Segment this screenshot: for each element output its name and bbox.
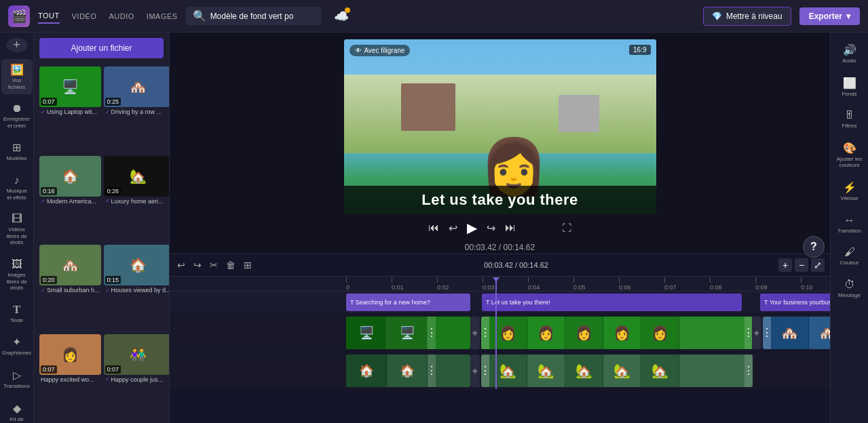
media-thumb-5[interactable]: 🏠 0:15 <box>104 245 169 285</box>
rs-item-vitesse[interactable]: ⚡ Vitesse <box>832 176 867 207</box>
upgrade-button[interactable]: 💎 Mettre à niveau <box>703 7 791 26</box>
media-thumb-4[interactable]: 🏘️ 0:20 <box>39 245 101 285</box>
text-track-label <box>170 291 346 313</box>
list-item[interactable]: 🏠 0:16 ✓Modern America... <box>39 156 101 243</box>
cut-button[interactable]: ✂ <box>208 258 220 273</box>
sidebar-item-kit-marque[interactable]: ◆ Kit de marque <box>1 398 33 424</box>
nav-tab-video[interactable]: VIDÉO <box>72 9 97 23</box>
sidebar-label-graphismes: Graphismes <box>2 350 31 357</box>
search-input[interactable] <box>210 12 305 21</box>
nav-tab-images[interactable]: IMAGES <box>147 9 178 23</box>
bg-clip-2[interactable]: ⋮ 🏡 🏡 🏡 🏡 🏡 ⋮ <box>481 355 753 387</box>
undo-button[interactable]: ↩ <box>175 258 187 273</box>
sidebar-label-transitions: Transitions <box>3 383 30 390</box>
list-item[interactable]: 🖥️ 0:07 ✓Using Laptop wit... <box>39 66 101 153</box>
mini-thumb-v2b: 👩 <box>527 317 565 349</box>
list-item[interactable]: 👩 0:07 Happy excited wo... <box>39 334 101 421</box>
media-thumb-0[interactable]: 🖥️ 0:07 <box>39 66 101 107</box>
rs-item-audio[interactable]: 🔊 Audio <box>832 38 867 70</box>
clip-left-handle-2[interactable]: ⋮ <box>481 317 489 349</box>
rs-item-couleurs[interactable]: 🎨 Ajuster les couleurs <box>832 136 867 174</box>
skip-forward-button[interactable]: ⏭ <box>505 222 516 234</box>
sidebar-item-vos-fichiers[interactable]: 🖼️ Vos fichiers <box>1 59 33 94</box>
bg-clip-handle-mid[interactable]: ◈ <box>470 355 480 387</box>
rs-label-transition: Transition <box>837 228 861 235</box>
filtres-icon: 🎚 <box>844 109 855 121</box>
skip-back-button[interactable]: ⏮ <box>428 222 439 234</box>
sidebar-item-enregistrer[interactable]: ⏺ Enregistrer et créer <box>1 98 33 133</box>
list-item[interactable]: 🏠 0:15 ✓Houses viewed by d... <box>104 245 169 331</box>
sidebar-item-images-libres[interactable]: 🖼 Images libres de droits <box>1 254 33 296</box>
thumb-duration-6: 0:07 <box>41 365 57 374</box>
transitions-icon: ▷ <box>13 369 21 382</box>
rs-item-fonds[interactable]: ⬜ Fonds <box>832 71 867 103</box>
ruler-mark-1: 0:01 <box>392 277 437 291</box>
add-file-button[interactable]: Ajouter un fichier <box>39 38 164 58</box>
clip-handle-mid[interactable]: ◈ <box>470 317 480 349</box>
sidebar-item-graphismes[interactable]: ✦ Graphismes <box>1 331 33 361</box>
clip-handle-mid2[interactable]: ◈ <box>752 317 761 349</box>
bg-clip-right-handle-1[interactable]: ⋮ <box>428 355 436 387</box>
bg-clip-left-handle-2[interactable]: ⋮ <box>481 355 489 387</box>
sidebar-item-transitions[interactable]: ▷ Transitions <box>1 365 33 394</box>
sidebar-item-videos-libres[interactable]: 🎞 Vidéos libres de droits <box>1 209 33 250</box>
bg-clip-right-handle-2[interactable]: ⋮ <box>744 355 753 387</box>
text-clip-2[interactable]: T Let us take you there! <box>482 294 742 311</box>
topbar: 🎬 TOUT VIDÉO AUDIO IMAGES 🔍 ☁️ 💎 Mettre … <box>0 0 868 33</box>
forward-button[interactable]: ↪ <box>487 222 495 235</box>
video-clip-1[interactable]: 🖥️ 🖥️ ⋮ <box>346 317 470 349</box>
redo-button[interactable]: ↪ <box>191 258 204 273</box>
media-thumb-6[interactable]: 👩 0:07 <box>39 334 101 375</box>
video-clip-2[interactable]: ⋮ 👩 👩 👩 👩 👩 ⋮ <box>481 317 753 349</box>
nav-tab-audio[interactable]: AUDIO <box>109 9 134 23</box>
media-panel-header: Ajouter un fichier <box>34 33 169 64</box>
tracks-scroll[interactable]: T Searching for a new home? T Let us tak… <box>170 291 830 423</box>
rs-label-vitesse: Vitesse <box>840 195 858 202</box>
fullscreen-button[interactable]: ⛶ <box>562 222 571 233</box>
list-item[interactable]: 🏘️ 0:25 ✓Driving by a row ... <box>104 66 169 153</box>
text-clip-3[interactable]: T Your business yourbusiness.com <box>760 294 830 311</box>
clip-right-handle-1[interactable]: ⋮ <box>428 317 436 349</box>
thumb-duration-4: 0:20 <box>41 276 57 284</box>
add-button[interactable]: + <box>6 38 28 52</box>
aspect-ratio-badge: 16:9 <box>629 45 650 55</box>
list-item[interactable]: 🏘️ 0:20 ✓Small suburban h... <box>39 245 101 331</box>
play-button[interactable]: ▶ <box>467 220 477 236</box>
list-item[interactable]: 🏡 0:26 ✓Luxury home aeri... <box>104 156 169 243</box>
media-thumb-7[interactable]: 👫 0:07 <box>104 334 169 375</box>
rs-label-couleurs: Ajuster les couleurs <box>835 156 865 169</box>
timeline-zoom-controls: + − ⤢ <box>778 258 825 272</box>
clip-left-handle-3[interactable]: ⋮ <box>763 317 771 349</box>
zoom-in-button[interactable]: + <box>778 258 792 272</box>
rs-item-minutage[interactable]: ⏱ Minutage <box>832 273 867 304</box>
app-logo: 🎬 <box>8 5 30 27</box>
rewind-button[interactable]: ↩ <box>449 222 457 235</box>
rs-item-transition[interactable]: ↔ Transition <box>832 209 867 240</box>
zoom-out-button[interactable]: − <box>795 258 808 272</box>
nav-tab-tout[interactable]: TOUT <box>38 9 60 24</box>
rs-item-filtres[interactable]: 🎚 Filtres <box>832 104 867 135</box>
export-button[interactable]: Exporter ▾ <box>799 7 860 25</box>
list-item[interactable]: 👫 0:07 ✓Happy couple jus... <box>104 334 169 421</box>
delete-button[interactable]: 🗑 <box>224 258 238 273</box>
sidebar-item-modeles[interactable]: ⊞ Modèles <box>1 137 33 166</box>
text-clip-1[interactable]: T Searching for a new home? <box>346 294 470 311</box>
graphics-icon: ✦ <box>12 336 21 348</box>
search-bar[interactable]: 🔍 <box>186 7 322 25</box>
tracks-content: T Searching for a new home? T Let us tak… <box>170 291 830 389</box>
bg-clip-1[interactable]: 🏠 🏠 ⋮ <box>346 355 470 387</box>
video-clip-3[interactable]: ⋮ 🏘️ 🏘️ 🏘️ 🏘️ <box>763 317 830 349</box>
media-thumb-1[interactable]: 🏘️ 0:25 <box>104 66 169 107</box>
rs-item-couleur2[interactable]: 🖌 Couleur <box>832 241 867 272</box>
notification-dot <box>345 7 350 13</box>
media-thumb-3[interactable]: 🏡 0:26 <box>104 156 169 197</box>
help-button[interactable]: ? <box>803 236 825 258</box>
sidebar-item-texte[interactable]: T Texte <box>1 300 33 328</box>
sidebar-label-modeles: Modèles <box>6 155 26 162</box>
rs-label-audio: Audio <box>842 58 856 64</box>
fit-button[interactable]: ⤢ <box>811 258 825 272</box>
media-thumb-2[interactable]: 🏠 0:16 <box>39 156 101 197</box>
sidebar-label-videos-libres: Vidéos libres de droits <box>4 226 30 246</box>
duplicate-button[interactable]: ⊞ <box>242 258 254 273</box>
sidebar-item-musique[interactable]: ♪ Musique et effets <box>1 170 33 205</box>
